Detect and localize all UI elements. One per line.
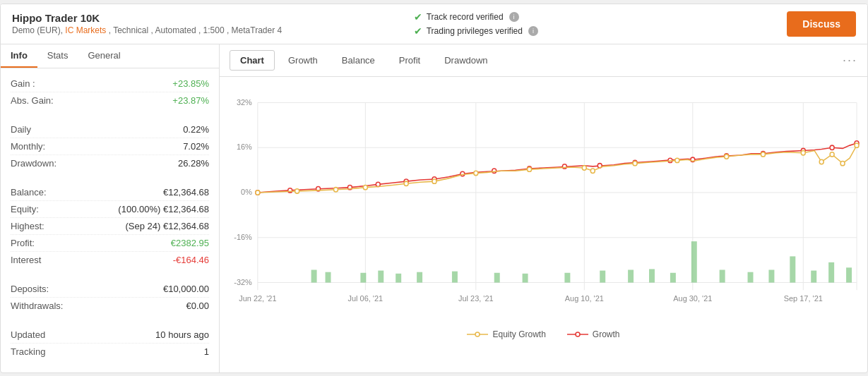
header-left: Hippo Trader 10K Demo (EUR), IC Markets … [12,12,386,35]
svg-point-82 [840,161,845,165]
svg-text:-16%: -16% [234,232,252,241]
svg-rect-42 [811,270,816,282]
svg-text:Jul 23, '21: Jul 23, '21 [458,293,494,302]
legend-equity: Equity Growth [467,329,545,339]
svg-point-76 [675,158,679,162]
svg-point-78 [761,152,765,156]
chart-tab-drawdown[interactable]: Drawdown [434,50,498,71]
highest-row: Highest: (Sep 24) €12,364.68 [11,218,209,235]
abs-gain-row: Abs. Gain: +23.87% [11,92,209,109]
chart-legend: Equity Growth Growth [227,324,860,344]
svg-rect-28 [417,272,422,282]
daily-row: Daily 0.22% [11,121,209,138]
svg-point-73 [582,165,586,169]
svg-rect-40 [768,269,774,282]
svg-rect-41 [790,256,795,282]
svg-text:Jul 06, '21: Jul 06, '21 [348,293,384,302]
svg-point-80 [819,159,824,164]
chart-tab-growth[interactable]: Growth [278,50,328,71]
svg-point-81 [830,152,834,156]
body: Info Stats General Gain : +23.85% Abs. G… [1,44,867,372]
main-container: Hippo Trader 10K Demo (EUR), IC Markets … [0,4,868,373]
left-content: Gain : +23.85% Abs. Gain: +23.87% Daily … [1,68,219,372]
svg-text:16%: 16% [237,142,252,151]
svg-point-87 [576,332,580,336]
monthly-row: Monthly: 7.02% [11,138,209,155]
svg-rect-43 [828,262,834,282]
tab-info[interactable]: Info [1,44,37,68]
profit-row: Profit: €2382.95 [11,235,209,252]
header-right: Discuss [787,11,856,37]
tab-stats[interactable]: Stats [37,44,78,68]
tracking-row: Tracking 1 [11,344,209,360]
svg-rect-24 [326,272,331,282]
svg-rect-27 [396,273,401,282]
svg-point-72 [528,166,532,171]
chart-area: .grid-line { stroke: #e8e8e8; stroke-wid… [220,77,867,347]
svg-text:Jun 22, '21: Jun 22, '21 [239,293,276,302]
chart-tab-balance[interactable]: Balance [331,50,386,71]
header: Hippo Trader 10K Demo (EUR), IC Markets … [1,4,867,44]
svg-rect-37 [691,241,697,282]
svg-rect-32 [564,272,570,282]
svg-text:0%: 0% [241,187,252,195]
svg-rect-33 [600,270,605,282]
svg-point-65 [256,190,260,194]
gain-section: Gain : +23.85% Abs. Gain: +23.87% [11,75,209,109]
track-record-info-icon[interactable]: i [509,12,519,22]
svg-point-83 [855,142,859,147]
right-panel: Chart Growth Balance Profit Drawdown ···… [220,44,867,372]
track-record-verified: ✔ Track record verified i [414,11,787,23]
svg-point-79 [801,150,805,154]
svg-point-71 [474,171,478,175]
check-icon-1: ✔ [414,11,422,23]
svg-rect-44 [846,267,852,282]
balance-section: Balance: €12,364.68 Equity: (100.00%) €1… [11,184,209,268]
chart-tabs: Chart Growth Balance Profit Drawdown ··· [220,44,867,77]
svg-text:32%: 32% [237,97,252,106]
svg-rect-34 [628,269,634,282]
svg-rect-35 [649,269,655,282]
svg-point-77 [725,154,729,158]
tracking-section: Updated 10 hours ago Tracking 1 [11,327,209,360]
svg-rect-26 [378,270,384,282]
svg-rect-30 [494,272,500,282]
gain-row: Gain : +23.85% [11,75,209,92]
svg-point-74 [590,169,595,173]
chart-more-button[interactable]: ··· [843,53,857,68]
performance-section: Daily 0.22% Monthly: 7.02% Drawdown: 26.… [11,121,209,171]
svg-point-67 [333,187,338,191]
equity-row: Equity: (100.00%) €12,364.68 [11,201,209,218]
svg-point-68 [363,185,367,189]
legend-growth: Growth [567,329,620,339]
svg-point-66 [295,188,299,193]
svg-rect-36 [670,272,676,282]
withdrawals-row: Withdrawals: €0.00 [11,298,209,314]
svg-point-70 [432,178,436,183]
left-panel: Info Stats General Gain : +23.85% Abs. G… [1,44,220,372]
ic-markets-link[interactable]: IC Markets [65,25,106,35]
verification-section: ✔ Track record verified i ✔ Trading priv… [386,11,787,37]
trading-privileges-info-icon[interactable]: i [528,26,538,36]
account-subtitle: Demo (EUR), IC Markets , Technical , Aut… [12,25,386,35]
svg-rect-38 [720,269,725,282]
svg-rect-29 [452,271,458,282]
svg-point-53 [492,169,497,173]
account-title: Hippo Trader 10K [12,12,386,24]
deposits-section: Deposits: €10,000.00 Withdrawals: €0.00 [11,281,209,314]
discuss-button[interactable]: Discuss [787,11,856,37]
svg-text:Aug 30, '21: Aug 30, '21 [673,293,712,302]
left-tabs: Info Stats General [1,44,219,68]
tab-general[interactable]: General [78,44,130,68]
balance-row: Balance: €12,364.68 [11,184,209,201]
svg-text:-32%: -32% [234,277,252,286]
svg-point-85 [475,332,480,336]
chart-tab-chart[interactable]: Chart [230,50,275,71]
svg-point-69 [404,181,408,186]
svg-rect-25 [360,272,366,282]
svg-text:Sep 17, '21: Sep 17, '21 [784,293,823,302]
svg-rect-23 [311,269,317,282]
chart-tab-profit[interactable]: Profit [388,50,431,71]
svg-rect-39 [748,272,754,282]
chart-svg: .grid-line { stroke: #e8e8e8; stroke-wid… [227,84,860,324]
